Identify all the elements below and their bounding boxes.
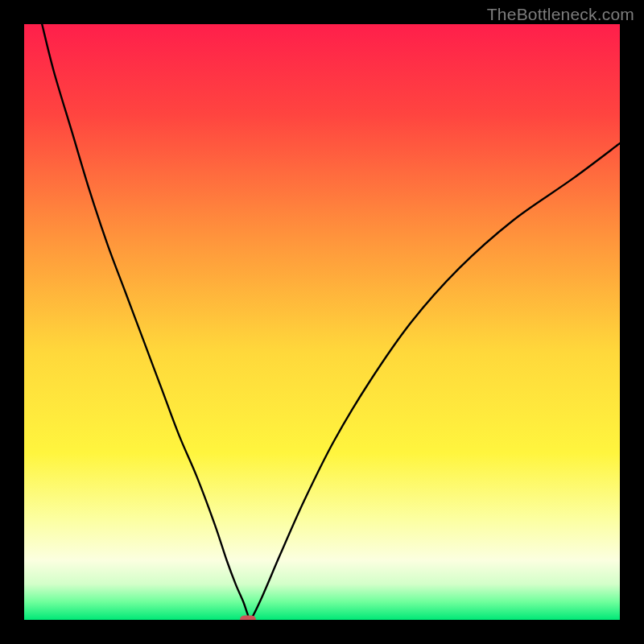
plot-area: [24, 24, 620, 620]
chart-svg: [24, 24, 620, 620]
chart-frame: TheBottleneck.com: [0, 0, 644, 644]
watermark-text: TheBottleneck.com: [487, 5, 634, 24]
bottleneck-marker: [240, 616, 256, 621]
chart-background: [24, 24, 620, 620]
